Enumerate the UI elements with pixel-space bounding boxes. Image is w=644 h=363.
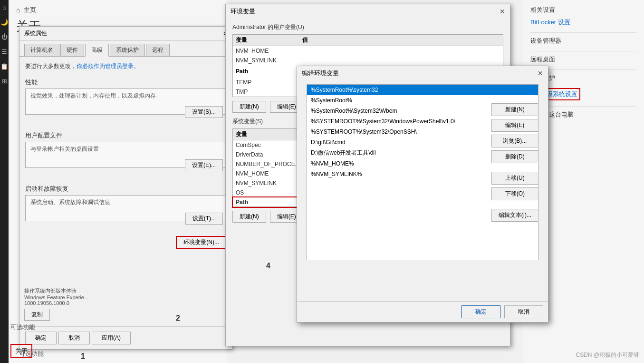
step1-annotation: 1 xyxy=(81,352,85,361)
envvar-close-icon[interactable]: ✕ xyxy=(500,8,505,15)
col-val-label: 值 xyxy=(302,36,500,44)
sidebar: ⌂ 🌙 ⏻ ☰ 📋 ⊞ xyxy=(0,0,9,363)
perf-label: 性能 xyxy=(25,75,227,88)
editenv-cancel-button[interactable]: 取消 xyxy=(504,305,543,318)
startup-desc: 系统启动、系统故障和调试信息 xyxy=(30,198,221,206)
right-panel-title: 相关设置 xyxy=(530,6,636,14)
settings-home-icon: ⌂ xyxy=(16,6,20,14)
editenv-up-button[interactable]: 上移(U) xyxy=(491,172,538,185)
sidebar-moon-icon[interactable]: 🌙 xyxy=(0,19,8,26)
editenv-close-icon[interactable]: ✕ xyxy=(538,69,543,77)
editenv-edittext-button[interactable]: 编辑文本(I)... xyxy=(491,209,538,222)
sys-col-var-label: 变量 xyxy=(236,130,302,138)
sysprop-tabs: 计算机名 硬件 高级 系统保护 远程 xyxy=(19,41,232,57)
win-version: 1000.19056.1000.0 xyxy=(24,300,228,306)
startup-section: 启动和故障恢复 系统启动、系统故障和调试信息 设置(T)... xyxy=(25,182,227,228)
editenv-edit-button[interactable]: 编辑(E) xyxy=(491,119,538,132)
sysprop-titlebar: 系统属性 ✕ xyxy=(19,27,232,41)
sysprop-title: 系统属性 xyxy=(24,29,47,38)
sys-new-button[interactable]: 新建(N) xyxy=(232,211,266,223)
startup-group: 系统启动、系统故障和调试信息 设置(T)... xyxy=(25,195,227,228)
editenv-title: 编辑环境变量 xyxy=(302,69,339,78)
editenv-item-0[interactable]: %SystemRoot%\system32 xyxy=(307,85,538,95)
watermark: CSDN @积极的小可爱呀 xyxy=(576,351,639,359)
copy-button[interactable]: 复制 xyxy=(24,309,50,321)
startup-label: 启动和故障恢复 xyxy=(25,182,227,195)
sidebar-menu-icon[interactable]: ☰ xyxy=(1,48,7,55)
editenv-delete-button[interactable]: 删除(D) xyxy=(491,150,538,163)
step2-annotation: 2 xyxy=(176,314,180,323)
settings-home-label[interactable]: 主页 xyxy=(24,6,36,14)
editenv-ok-button[interactable]: 确定 xyxy=(461,305,500,318)
user-var-nvm-symlink[interactable]: NVM_SYMLINK xyxy=(233,56,503,65)
profile-desc: 与登录帐户相关的桌面设置 xyxy=(30,145,221,153)
profile-label: 用户配置文件 xyxy=(25,128,227,142)
user-vars-header: 变量 值 xyxy=(233,35,503,46)
user-new-button[interactable]: 新建(N) xyxy=(232,101,266,113)
editenv-down-button[interactable]: 下移(O) xyxy=(491,187,538,200)
sysprop-cancel-button[interactable]: 取消 xyxy=(58,332,90,344)
profile-settings-button[interactable]: 设置(E)... xyxy=(185,159,223,171)
bitlocker-link[interactable]: BitLocker 设置 xyxy=(530,18,636,27)
envvar-title: 环境变量 xyxy=(231,7,255,16)
envvar-titlebar: 环境变量 ✕ xyxy=(226,4,510,19)
editenv-titlebar: 编辑环境变量 ✕ xyxy=(297,66,548,80)
sysprop-window: 系统属性 ✕ 计算机名 硬件 高级 系统保护 远程 要进行大多数更改，你必须作为… xyxy=(19,26,233,350)
editenv-browse-button[interactable]: 浏览(B)... xyxy=(491,135,538,147)
sysprop-body: 要进行大多数更改，你必须作为管理员登录。 性能 视觉效果，处理器计划，内存使用，… xyxy=(19,57,232,255)
user-vars-title: Administrator 的用户变量(U) xyxy=(232,23,503,31)
divider2 xyxy=(530,51,636,51)
os-info-label: 操作系统内部版本体验 xyxy=(24,287,228,294)
about-section: 可选功能 关于 xyxy=(10,323,58,358)
col-var-label: 变量 xyxy=(236,36,302,44)
sidebar-grid-icon[interactable]: ⊞ xyxy=(2,78,7,85)
editenv-content: %SystemRoot%\system32 %SystemRoot% %Syst… xyxy=(302,84,543,260)
tab-advanced[interactable]: 高级 xyxy=(85,44,109,57)
sidebar-clipboard-icon[interactable]: 📋 xyxy=(0,63,8,70)
sidebar-power-icon[interactable]: ⏻ xyxy=(1,33,8,40)
perf-settings-button[interactable]: 设置(S)... xyxy=(185,106,223,118)
perf-section: 性能 视觉效果，处理器计划，内存使用，以及虚拟内存 设置(S)... xyxy=(25,75,227,122)
sysprop-notice: 要进行大多数更改，你必须作为管理员登录。 xyxy=(25,62,227,70)
sysprop-apply-button[interactable]: 应用(A) xyxy=(92,332,131,344)
editenv-buttons: 新建(N) 编辑(E) 浏览(B)... 删除(D) 上移(U) 下移(O) 编… xyxy=(491,103,538,222)
optional-feature-label: 可选功能 xyxy=(10,323,58,332)
sysprop-notice-text: 要进行大多数更改， xyxy=(25,63,77,69)
perf-group: 视觉效果，处理器计划，内存使用，以及虚拟内存 设置(S)... xyxy=(25,88,227,122)
remote-desktop-link[interactable]: 远程桌面 xyxy=(530,55,636,64)
user-var-nvm-home[interactable]: NVM_HOME xyxy=(233,46,503,56)
editenv-new-button[interactable]: 新建(N) xyxy=(491,103,538,116)
sidebar-home-icon[interactable]: ⌂ xyxy=(2,4,6,11)
tab-remote[interactable]: 远程 xyxy=(146,44,170,56)
editenv-window: 编辑环境变量 ✕ %SystemRoot%\system32 %SystemRo… xyxy=(297,66,548,323)
settings-window: ⌂ 主页 关于 系统属性 ✕ 计算机名 硬件 高级 系统保护 远程 要进行大多数… xyxy=(9,0,227,363)
about-label[interactable]: 关于 xyxy=(10,344,32,358)
env-variables-button[interactable]: 环境变量(N)... xyxy=(176,236,227,249)
settings-header: ⌂ 主页 xyxy=(9,0,227,18)
win-feature: Windows Feature Experie... xyxy=(24,294,228,300)
tab-computername[interactable]: 计算机名 xyxy=(24,44,59,56)
tab-hardware[interactable]: 硬件 xyxy=(60,44,84,56)
os-info-section: 操作系统内部版本体验 Windows Feature Experie... 10… xyxy=(24,287,228,321)
editenv-footer: 确定 取消 xyxy=(297,301,548,322)
profile-section: 用户配置文件 与登录帐户相关的桌面设置 设置(E)... xyxy=(25,128,227,175)
perf-desc: 视觉效果，处理器计划，内存使用，以及虚拟内存 xyxy=(30,92,221,100)
step4-annotation: 4 xyxy=(266,262,270,270)
divider1 xyxy=(530,32,636,33)
sysprop-admin-link[interactable]: 你必须作为管理员登录。 xyxy=(77,63,139,69)
profile-group: 与登录帐户相关的桌面设置 设置(E)... xyxy=(25,142,227,175)
tab-sysprotect[interactable]: 系统保护 xyxy=(110,44,145,56)
env-btn-container: 环境变量(N)... xyxy=(25,236,227,249)
device-manager-link[interactable]: 设备管理器 xyxy=(530,37,636,45)
startup-settings-button[interactable]: 设置(T)... xyxy=(185,213,223,225)
